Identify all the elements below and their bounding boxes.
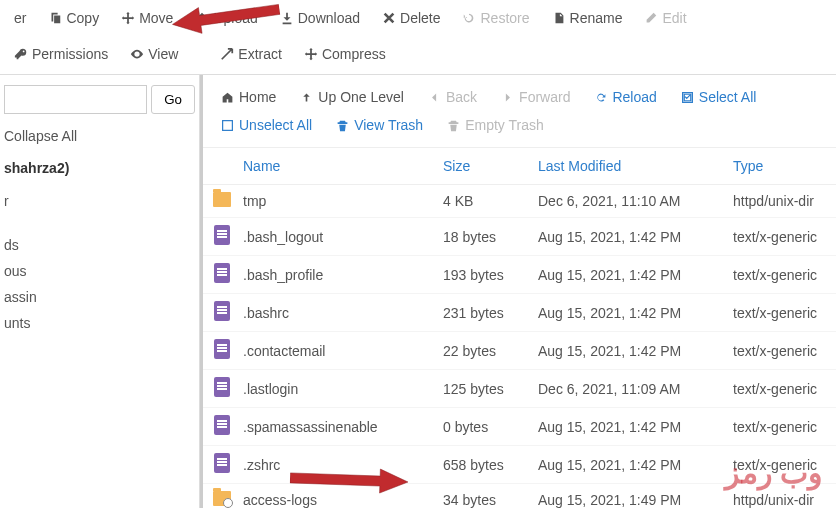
check-icon bbox=[681, 91, 694, 104]
cell-modified: Aug 15, 2021, 1:42 PM bbox=[530, 294, 725, 332]
table-row[interactable]: .bashrc231 bytesAug 15, 2021, 1:42 PMtex… bbox=[203, 294, 836, 332]
file-icon bbox=[214, 263, 230, 283]
tree-item[interactable]: r bbox=[0, 188, 199, 214]
file-icon bbox=[214, 377, 230, 397]
tree-item[interactable]: ous bbox=[0, 258, 199, 284]
table-row[interactable]: .lastlogin125 bytesDec 6, 2021, 11:09 AM… bbox=[203, 370, 836, 408]
restore-button: Restore bbox=[452, 6, 539, 30]
cell-name: .bash_profile bbox=[235, 256, 435, 294]
toolbar-primary: er Copy Move Upload Download Delete Rest… bbox=[0, 0, 836, 36]
cell-modified: Dec 6, 2021, 11:09 AM bbox=[530, 370, 725, 408]
home-button[interactable]: Home bbox=[211, 85, 286, 109]
extract-label: Extract bbox=[238, 46, 282, 62]
cell-size: 34 bytes bbox=[435, 484, 530, 509]
download-button[interactable]: Download bbox=[270, 6, 370, 30]
permissions-button[interactable]: Permissions bbox=[4, 42, 118, 66]
cell-type: text/x-generic bbox=[725, 370, 836, 408]
copy-button[interactable]: Copy bbox=[38, 6, 109, 30]
extract-button[interactable]: Extract bbox=[210, 42, 292, 66]
col-name[interactable]: Name bbox=[235, 148, 435, 185]
table-row[interactable]: .bash_profile193 bytesAug 15, 2021, 1:42… bbox=[203, 256, 836, 294]
col-icon bbox=[203, 148, 235, 185]
move-button[interactable]: Move bbox=[111, 6, 183, 30]
go-button[interactable]: Go bbox=[151, 85, 195, 114]
compress-button[interactable]: Compress bbox=[294, 42, 396, 66]
cell-modified: Aug 15, 2021, 1:42 PM bbox=[530, 218, 725, 256]
table-row[interactable]: .bash_logout18 bytesAug 15, 2021, 1:42 P… bbox=[203, 218, 836, 256]
table-row[interactable]: tmp4 KBDec 6, 2021, 11:10 AMhttpd/unix-d… bbox=[203, 185, 836, 218]
upload-label: Upload bbox=[213, 10, 257, 26]
cell-size: 22 bytes bbox=[435, 332, 530, 370]
restore-label: Restore bbox=[480, 10, 529, 26]
tree-item[interactable]: assin bbox=[0, 284, 199, 310]
cell-size: 0 bytes bbox=[435, 408, 530, 446]
reload-icon bbox=[594, 91, 607, 104]
cell-modified: Aug 15, 2021, 1:42 PM bbox=[530, 408, 725, 446]
forward-icon bbox=[501, 91, 514, 104]
copy-label: Copy bbox=[66, 10, 99, 26]
tree-root[interactable]: shahrza2) bbox=[0, 152, 199, 184]
table-row[interactable]: .contactemail22 bytesAug 15, 2021, 1:42 … bbox=[203, 332, 836, 370]
emptytrash-label: Empty Trash bbox=[465, 117, 544, 133]
table-row[interactable]: access-logs34 bytesAug 15, 2021, 1:49 PM… bbox=[203, 484, 836, 509]
file-icon bbox=[214, 225, 230, 245]
view-button[interactable]: View bbox=[120, 42, 188, 66]
forward-button: Forward bbox=[491, 85, 580, 109]
rename-button[interactable]: Rename bbox=[542, 6, 633, 30]
download-icon bbox=[280, 11, 294, 25]
cell-type: text/x-generic bbox=[725, 256, 836, 294]
selectall-label: Select All bbox=[699, 89, 757, 105]
cell-size: 18 bytes bbox=[435, 218, 530, 256]
col-type[interactable]: Type bbox=[725, 148, 836, 185]
table-row[interactable]: .spamassassinenable0 bytesAug 15, 2021, … bbox=[203, 408, 836, 446]
viewtrash-button[interactable]: View Trash bbox=[326, 113, 433, 137]
trash-icon bbox=[336, 119, 349, 132]
col-size[interactable]: Size bbox=[435, 148, 530, 185]
tree-item[interactable]: unts bbox=[0, 310, 199, 336]
cell-type: text/x-generic bbox=[725, 218, 836, 256]
cell-name: .contactemail bbox=[235, 332, 435, 370]
cell-name: .bashrc bbox=[235, 294, 435, 332]
cell-size: 125 bytes bbox=[435, 370, 530, 408]
compress-icon bbox=[304, 47, 318, 61]
cell-name: .bash_logout bbox=[235, 218, 435, 256]
viewtrash-label: View Trash bbox=[354, 117, 423, 133]
reload-label: Reload bbox=[612, 89, 656, 105]
upload-button[interactable]: Upload bbox=[185, 6, 267, 30]
up-label: Up One Level bbox=[318, 89, 404, 105]
cell-name: .lastlogin bbox=[235, 370, 435, 408]
permissions-label: Permissions bbox=[32, 46, 108, 62]
cell-type: text/x-generic bbox=[725, 408, 836, 446]
download-label: Download bbox=[298, 10, 360, 26]
cell-name: access-logs bbox=[235, 484, 435, 509]
compress-label: Compress bbox=[322, 46, 386, 62]
path-input[interactable] bbox=[4, 85, 147, 114]
home-label: Home bbox=[239, 89, 276, 105]
file-icon bbox=[214, 453, 230, 473]
file-icon bbox=[214, 339, 230, 359]
edit-label: Edit bbox=[662, 10, 686, 26]
cell-type: text/x-generic bbox=[725, 446, 836, 484]
collapse-all[interactable]: Collapse All bbox=[0, 120, 199, 152]
back-icon bbox=[428, 91, 441, 104]
restore-icon bbox=[462, 11, 476, 25]
col-modified[interactable]: Last Modified bbox=[530, 148, 725, 185]
cell-modified: Aug 15, 2021, 1:49 PM bbox=[530, 484, 725, 509]
table-row[interactable]: .zshrc658 bytesAug 15, 2021, 1:42 PMtext… bbox=[203, 446, 836, 484]
cell-type: httpd/unix-dir bbox=[725, 185, 836, 218]
tree-item[interactable]: ds bbox=[0, 232, 199, 258]
view-label: View bbox=[148, 46, 178, 62]
unselectall-button[interactable]: Unselect All bbox=[211, 113, 322, 137]
upload-icon bbox=[195, 11, 209, 25]
toolbar-secondary: Permissions View Extract Compress bbox=[0, 36, 836, 75]
reload-button[interactable]: Reload bbox=[584, 85, 666, 109]
toolbar-er-fragment[interactable]: er bbox=[4, 6, 36, 30]
up-button[interactable]: Up One Level bbox=[290, 85, 414, 109]
cell-modified: Dec 6, 2021, 11:10 AM bbox=[530, 185, 725, 218]
cell-name: tmp bbox=[235, 185, 435, 218]
move-label: Move bbox=[139, 10, 173, 26]
delete-button[interactable]: Delete bbox=[372, 6, 450, 30]
trash-icon bbox=[447, 119, 460, 132]
selectall-button[interactable]: Select All bbox=[671, 85, 767, 109]
cell-size: 231 bytes bbox=[435, 294, 530, 332]
